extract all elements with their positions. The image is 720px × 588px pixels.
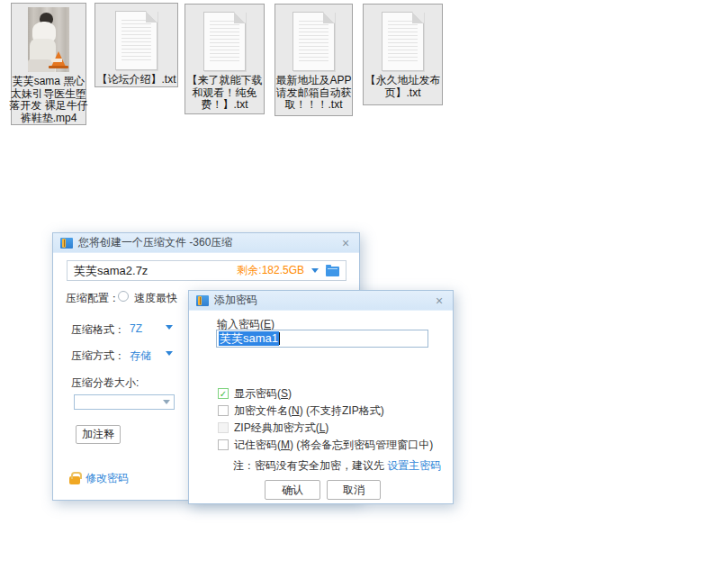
method-value[interactable]: 存储 [130,348,151,364]
set-master-password-link[interactable]: 设置主密码 [387,459,441,472]
show-password-option[interactable]: ✓ 显示密码(S) [218,388,292,401]
encrypt-filenames-checkbox[interactable] [218,405,229,416]
format-dropdown-icon[interactable] [166,325,173,330]
show-password-label: 显示密码(S) [234,388,292,400]
chevron-down-icon[interactable] [311,268,319,273]
confirm-button[interactable]: 确认 [265,480,320,500]
cancel-button[interactable]: 取消 [327,480,381,500]
encrypt-filenames-label: 加密文件名(N) (不支持ZIP格式) [234,405,384,417]
format-value[interactable]: 7Z [130,322,142,335]
dialog-titlebar: 添加密码 × [189,291,453,311]
zip-classic-encryption-checkbox [218,422,229,433]
desktop: 芙芙sama 黑心 太妹引导医生堕 落开发 裸足牛仔 裤鞋垫.mp4 【论坛介绍… [0,0,720,588]
zip-classic-encryption-label: ZIP经典加密方式(L) [234,422,328,434]
browse-folder-icon[interactable] [326,267,339,276]
remember-password-checkbox[interactable] [218,439,229,450]
volume-size-combobox[interactable] [74,394,175,410]
file-name: 最新地址及APP 请发邮箱自动获 取！！！.txt [275,75,351,112]
method-dropdown-icon[interactable] [166,351,173,356]
text-caret [279,332,280,345]
change-password-label[interactable]: 修改密码 [86,471,129,486]
selected-password-text: 芙芙sama1 [219,331,279,346]
file-name: 芙芙sama 黑心 太妹引导医生堕 落开发 裸足牛仔 裤鞋垫.mp4 [9,76,87,124]
file-item-video[interactable]: 芙芙sama 黑心 太妹引导医生堕 落开发 裸足牛仔 裤鞋垫.mp4 [11,3,86,125]
archive-filename[interactable]: 芙芙sama2.7z [74,263,148,279]
add-password-dialog: 添加密码 × 输入密码(E) 芙芙sama1 ✓ 显示密码(S) 加密文件名(N… [188,290,454,504]
file-name: 【论坛介绍】.txt [96,74,176,86]
speed-fastest-radio[interactable] [118,291,129,302]
chevron-down-icon [163,400,170,404]
file-name: 【永久地址发布 页】.txt [365,75,441,99]
text-file-icon [292,12,335,71]
speed-fastest-label[interactable]: 速度最快 [134,291,177,306]
dialog-title: 添加密码 [214,293,257,308]
compress-config-label: 压缩配置： [66,291,120,306]
dialog-title: 您将创建一个压缩文件 -360压缩 [78,235,232,250]
text-file-icon [382,12,424,71]
file-item-txt-permanent-page[interactable]: 【永久地址发布 页】.txt [363,4,443,105]
password-security-note: 注：密码没有安全加密，建议先 设置主密码 [233,458,441,474]
archive-filename-input[interactable]: 芙芙sama2.7z 剩余:182.5GB [67,260,346,281]
close-icon[interactable]: × [338,235,354,251]
encrypt-filenames-option[interactable]: 加密文件名(N) (不支持ZIP格式) [218,405,384,418]
dialog-titlebar: 您将创建一个压缩文件 -360压缩 × [53,233,359,253]
add-comment-button[interactable]: 加注释 [76,425,121,444]
zip-classic-encryption-option: ZIP经典加密方式(L) [218,422,328,435]
volume-size-label: 压缩分卷大小: [71,375,139,391]
file-item-txt-latest-address[interactable]: 最新地址及APP 请发邮箱自动获 取！！！.txt [274,4,353,116]
remember-password-option[interactable]: 记住密码(M) (将会备忘到密码管理窗口中) [218,439,433,452]
method-label: 压缩方式： [71,348,125,364]
password-input[interactable]: 芙芙sama1 [216,330,428,348]
file-name: 【来了就能下载 和观看！纯免 费！】.txt [187,75,263,112]
format-label: 压缩格式： [71,322,125,338]
text-file-icon [115,11,158,70]
360zip-app-icon [196,295,209,306]
360zip-app-icon [60,238,73,249]
text-file-icon [203,12,246,71]
remember-password-label: 记住密码(M) (将会备忘到密码管理窗口中) [234,439,433,451]
video-thumbnail [28,7,69,72]
close-icon[interactable]: × [431,293,447,309]
change-password-link[interactable]: 修改密码 [69,471,129,486]
file-item-txt-forum-intro[interactable]: 【论坛介绍】.txt [94,3,178,87]
file-item-txt-free-download[interactable]: 【来了就能下载 和观看！纯免 费！】.txt [184,4,265,114]
lock-icon [69,476,80,484]
show-password-checkbox[interactable]: ✓ [218,388,229,399]
disk-space-remaining: 剩余:182.5GB [237,263,304,278]
